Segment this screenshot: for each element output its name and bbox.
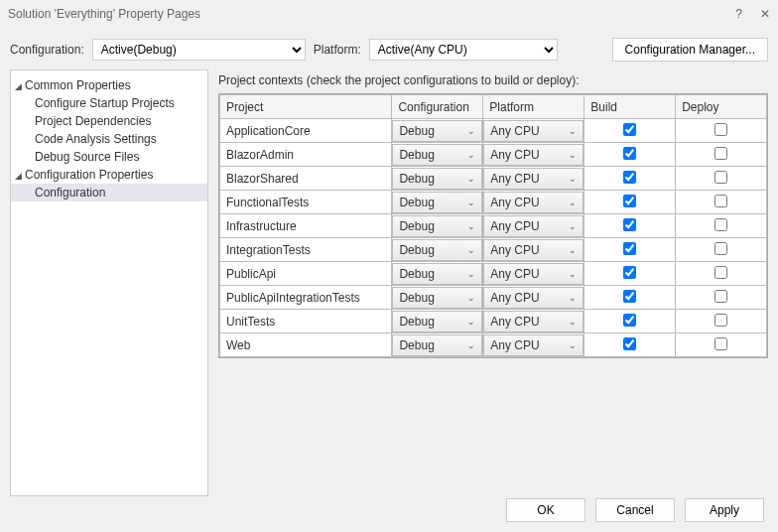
chevron-down-icon: ⌄ (467, 221, 475, 231)
config-dropdown[interactable]: Debug⌄ (392, 168, 482, 190)
project-cell: UnitTests (220, 310, 392, 333)
hint-text: Project contexts (check the project conf… (218, 69, 768, 93)
deploy-checkbox[interactable] (714, 171, 727, 184)
build-checkbox[interactable] (623, 337, 636, 350)
platform-dropdown[interactable]: Any CPU⌄ (483, 334, 584, 356)
project-cell: PublicApi (220, 262, 392, 286)
config-dropdown[interactable]: Debug⌄ (392, 263, 482, 285)
table-row: FunctionalTestsDebug⌄Any CPU⌄ (220, 191, 767, 214)
tree-item-configuration[interactable]: Configuration (11, 184, 207, 201)
platform-dropdown[interactable]: Any CPU⌄ (483, 215, 584, 237)
table-row: BlazorSharedDebug⌄Any CPU⌄ (220, 167, 767, 191)
platform-dropdown[interactable]: Any CPU⌄ (483, 192, 584, 213)
header-build[interactable]: Build (584, 95, 676, 119)
chevron-down-icon: ⌄ (569, 269, 577, 279)
build-checkbox[interactable] (623, 171, 636, 184)
header-project[interactable]: Project (220, 95, 392, 119)
platform-dropdown[interactable]: Any CPU⌄ (483, 287, 584, 309)
chevron-down-icon: ⌄ (569, 340, 577, 350)
tree-item-code-analysis[interactable]: Code Analysis Settings (11, 130, 207, 148)
cancel-button[interactable]: Cancel (595, 498, 675, 522)
main-panel: Project contexts (check the project conf… (218, 69, 768, 496)
chevron-down-icon: ⌄ (467, 269, 475, 279)
deploy-checkbox[interactable] (714, 218, 727, 231)
table-row: PublicApiIntegrationTestsDebug⌄Any CPU⌄ (220, 286, 767, 310)
header-deploy[interactable]: Deploy (676, 95, 767, 119)
apply-button[interactable]: Apply (685, 498, 764, 522)
titlebar: Solution 'Everything' Property Pages ? ✕ (0, 0, 778, 28)
project-cell: Web (220, 333, 392, 357)
platform-dropdown[interactable]: Any CPU⌄ (483, 311, 584, 332)
tree-item-debug-source[interactable]: Debug Source Files (11, 148, 207, 166)
chevron-down-icon: ⌄ (569, 198, 577, 207)
selector-row: Configuration: Active(Debug) Platform: A… (0, 28, 778, 69)
close-icon[interactable]: ✕ (760, 7, 770, 21)
table-row: InfrastructureDebug⌄Any CPU⌄ (220, 214, 767, 238)
platform-dropdown[interactable]: Any CPU⌄ (483, 120, 584, 142)
chevron-down-icon: ⌄ (569, 221, 577, 231)
tree-panel: Common Properties Configure Startup Proj… (10, 69, 208, 496)
tree-item-dependencies[interactable]: Project Dependencies (11, 112, 207, 130)
project-cell: IntegrationTests (220, 238, 392, 262)
project-cell: Infrastructure (220, 214, 392, 238)
deploy-checkbox[interactable] (714, 147, 727, 160)
tree-configuration-properties[interactable]: Configuration Properties (11, 166, 207, 184)
chevron-down-icon: ⌄ (467, 198, 475, 207)
config-dropdown[interactable]: Debug⌄ (392, 120, 482, 142)
config-dropdown[interactable]: Debug⌄ (392, 334, 482, 356)
build-checkbox[interactable] (623, 266, 636, 279)
platform-dropdown[interactable]: Any CPU⌄ (483, 239, 584, 261)
header-platform[interactable]: Platform (483, 95, 584, 119)
project-cell: ApplicationCore (220, 119, 392, 143)
help-icon[interactable]: ? (735, 7, 742, 21)
project-cell: BlazorShared (220, 167, 392, 191)
chevron-down-icon: ⌄ (467, 150, 475, 160)
platform-dropdown[interactable]: Any CPU⌄ (483, 144, 584, 166)
project-cell: PublicApiIntegrationTests (220, 286, 392, 310)
window-controls: ? ✕ (735, 7, 770, 21)
project-grid: Project Configuration Platform Build Dep… (218, 93, 768, 358)
chevron-down-icon: ⌄ (467, 340, 475, 350)
config-label: Configuration: (10, 43, 84, 57)
config-dropdown[interactable]: Debug⌄ (392, 144, 482, 166)
build-checkbox[interactable] (623, 123, 636, 136)
chevron-down-icon: ⌄ (569, 245, 577, 255)
config-dropdown[interactable]: Debug⌄ (392, 192, 482, 213)
config-dropdown[interactable]: Debug⌄ (392, 287, 482, 309)
build-checkbox[interactable] (623, 147, 636, 160)
config-dropdown[interactable]: Debug⌄ (392, 215, 482, 237)
deploy-checkbox[interactable] (714, 337, 727, 350)
build-checkbox[interactable] (623, 242, 636, 255)
table-row: BlazorAdminDebug⌄Any CPU⌄ (220, 143, 767, 167)
config-dropdown[interactable]: Debug⌄ (392, 239, 482, 261)
chevron-down-icon: ⌄ (569, 126, 577, 136)
chevron-down-icon: ⌄ (569, 174, 577, 184)
chevron-down-icon: ⌄ (569, 293, 577, 303)
configuration-select[interactable]: Active(Debug) (92, 39, 306, 61)
tree-common-properties[interactable]: Common Properties (11, 76, 207, 94)
header-config[interactable]: Configuration (392, 95, 483, 119)
deploy-checkbox[interactable] (714, 123, 727, 136)
deploy-checkbox[interactable] (714, 266, 727, 279)
build-checkbox[interactable] (623, 195, 636, 207)
chevron-down-icon: ⌄ (569, 150, 577, 160)
platform-dropdown[interactable]: Any CPU⌄ (483, 168, 584, 190)
build-checkbox[interactable] (623, 218, 636, 231)
deploy-checkbox[interactable] (714, 195, 727, 207)
chevron-down-icon: ⌄ (467, 126, 475, 136)
deploy-checkbox[interactable] (714, 242, 727, 255)
chevron-down-icon: ⌄ (467, 293, 475, 303)
table-row: IntegrationTestsDebug⌄Any CPU⌄ (220, 238, 767, 262)
deploy-checkbox[interactable] (714, 290, 727, 303)
project-cell: FunctionalTests (220, 191, 392, 214)
platform-dropdown[interactable]: Any CPU⌄ (483, 263, 584, 285)
tree-item-startup[interactable]: Configure Startup Projects (11, 94, 207, 112)
platform-select[interactable]: Active(Any CPU) (369, 39, 558, 61)
chevron-down-icon: ⌄ (467, 245, 475, 255)
deploy-checkbox[interactable] (714, 314, 727, 327)
build-checkbox[interactable] (623, 314, 636, 327)
ok-button[interactable]: OK (506, 498, 585, 522)
build-checkbox[interactable] (623, 290, 636, 303)
config-dropdown[interactable]: Debug⌄ (392, 311, 482, 332)
configuration-manager-button[interactable]: Configuration Manager... (612, 38, 768, 62)
